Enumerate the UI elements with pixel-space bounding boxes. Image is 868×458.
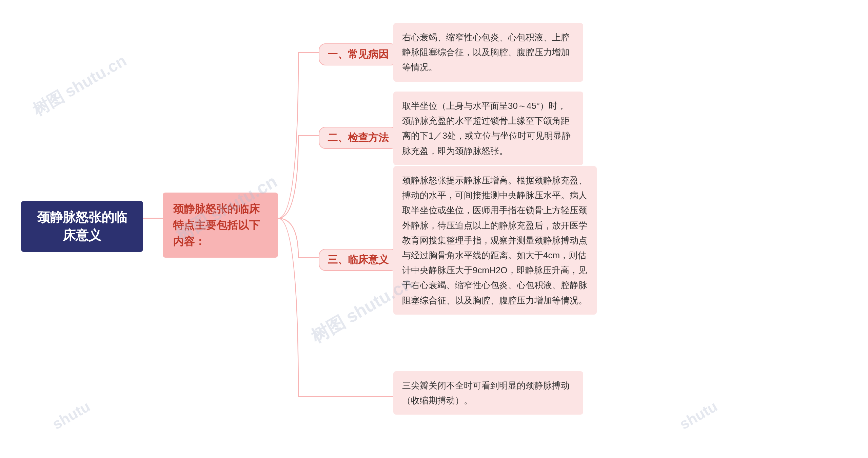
- watermark-4: shutu: [50, 398, 93, 433]
- watermark-1: 树图 shutu.cn: [29, 50, 131, 121]
- center-node: 颈静脉怒张的临床特点主要包括以下内容：: [163, 193, 278, 258]
- content-box-4: 三尖瓣关闭不全时可看到明显的颈静脉搏动（收缩期搏动）。: [393, 371, 583, 415]
- root-node: 颈静脉怒张的临床意义: [21, 201, 143, 252]
- branch-node-3: 三、临床意义: [319, 249, 397, 271]
- content-box-2: 取半坐位（上身与水平面呈30～45°）时，颈静脉充盈的水平超过锁骨上缘至下颌角距…: [393, 92, 583, 165]
- watermark-5: shutu: [677, 398, 721, 433]
- branch-node-2: 二、检查方法: [319, 127, 397, 149]
- content-box-3: 颈静脉怒张提示静脉压增高。根据颈静脉充盈、搏动的水平，可间接推测中央静脉压水平。…: [393, 166, 597, 315]
- content-box-1: 右心衰竭、缩窄性心包炎、心包积液、上腔静脉阻塞综合征，以及胸腔、腹腔压力增加等情…: [393, 23, 583, 82]
- branch-node-1: 一、常见病因: [319, 43, 397, 65]
